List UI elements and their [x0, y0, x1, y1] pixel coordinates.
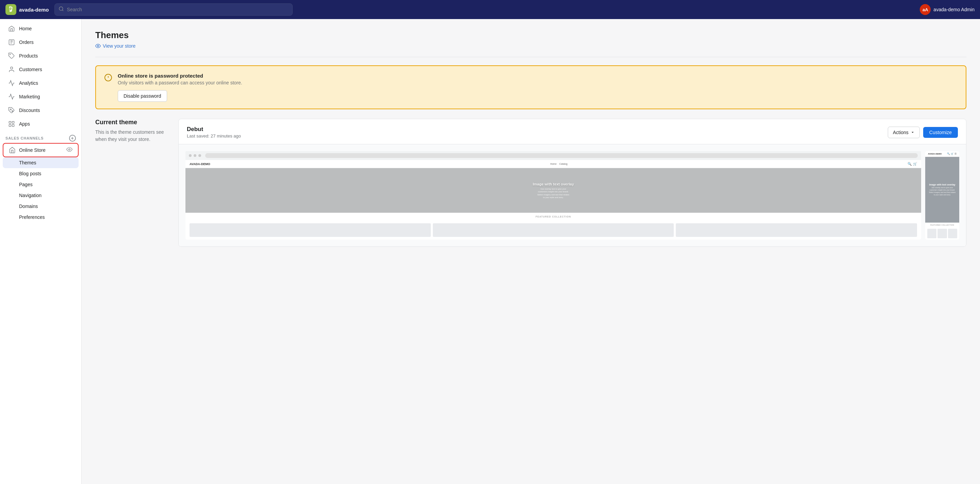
preview-main: AVADA-DEMO Home Catalog 🔍 🛒 Image [185, 151, 921, 240]
sidebar-item-products[interactable]: Products [3, 49, 79, 63]
logo[interactable]: avada-demo [5, 4, 49, 15]
theme-last-saved: Last saved: 27 minutes ago [187, 134, 241, 139]
discounts-icon [8, 107, 15, 114]
avatar: aA [920, 4, 931, 15]
chevron-down-icon [911, 131, 915, 134]
svg-point-11 [69, 149, 70, 150]
svg-point-5 [10, 109, 11, 110]
secondary-menu-icon: ☰ [955, 153, 956, 155]
eye-icon[interactable] [66, 146, 73, 154]
products-icon [8, 53, 15, 59]
sidebar-item-discounts[interactable]: Discounts [3, 103, 79, 117]
secondary-nav: AVADA-DEMO 🔍 🛒 ☰ [925, 151, 959, 157]
header: avada-demo aA avada-demo Admin [0, 0, 980, 19]
secondary-cart-icon: 🛒 [951, 153, 954, 155]
sub-label-themes: Themes [19, 160, 37, 166]
sub-menu: Themes Blog posts Pages Navigation Domai… [0, 157, 81, 223]
add-channel-button[interactable]: + [69, 135, 76, 142]
product-card-2 [433, 223, 674, 237]
actions-button[interactable]: Actions [888, 127, 920, 138]
disable-password-button[interactable]: Disable password [118, 90, 167, 102]
sidebar-item-customers[interactable]: Customers [3, 63, 79, 76]
warning-icon [104, 73, 112, 82]
theme-info: Current theme This is the theme customer… [95, 119, 170, 143]
eye-link-icon [95, 43, 101, 49]
logo-icon [5, 4, 16, 15]
sub-item-blog-posts[interactable]: Blog posts [3, 168, 79, 179]
view-store-link[interactable]: View your store [95, 43, 966, 49]
customers-icon [8, 66, 15, 73]
sidebar-label-orders: Orders [19, 40, 34, 45]
sidebar-label-analytics: Analytics [19, 80, 38, 86]
svg-point-0 [59, 7, 63, 11]
sub-item-pages[interactable]: Pages [3, 179, 79, 190]
search-container [54, 3, 293, 16]
user-menu[interactable]: aA avada-demo Admin [920, 4, 975, 15]
svg-line-1 [62, 10, 63, 11]
sub-item-themes[interactable]: Themes [3, 157, 79, 168]
sidebar-item-marketing[interactable]: Marketing [3, 90, 79, 103]
product-card-1 [189, 223, 431, 237]
address-bar [205, 153, 918, 158]
search-input[interactable] [54, 3, 293, 16]
marketing-icon [8, 93, 15, 100]
secondary-product-1 [927, 229, 937, 238]
preview-logo: AVADA-DEMO [189, 162, 210, 166]
sidebar-label-apps: Apps [19, 121, 30, 127]
search-icon [59, 6, 64, 13]
secondary-hero-title: Image with text overlay [929, 183, 955, 186]
browser-dot-1 [189, 154, 192, 157]
sidebar-label-discounts: Discounts [19, 108, 40, 113]
sales-channels-label: SALES CHANNELS + [0, 131, 81, 143]
sidebar-item-home[interactable]: Home [3, 22, 79, 35]
current-theme-section: Current theme This is the theme customer… [95, 119, 966, 247]
preview-secondary: AVADA-DEMO 🔍 🛒 ☰ Image with text overlay… [925, 151, 959, 240]
orders-icon [8, 39, 15, 46]
secondary-hero-text: Use overlay text to give your customers … [929, 186, 956, 196]
online-store-item[interactable]: Online Store [3, 143, 79, 157]
sub-label-domains: Domains [19, 204, 38, 209]
secondary-featured-label: FEATURED COLLECTION [925, 223, 959, 228]
browser-dot-2 [194, 154, 196, 157]
secondary-hero: Image with text overlay Use overlay text… [925, 157, 959, 223]
preview-featured-label: FEATURED COLLECTION [185, 213, 921, 221]
sub-item-navigation[interactable]: Navigation [3, 190, 79, 201]
svg-rect-2 [9, 40, 14, 45]
svg-point-6 [12, 111, 13, 111]
preview-product-row [185, 221, 921, 240]
svg-rect-7 [9, 121, 11, 124]
customize-button[interactable]: Customize [923, 127, 958, 138]
sidebar-label-home: Home [19, 26, 32, 31]
online-store-label: Online Store [19, 147, 46, 153]
svg-rect-8 [12, 121, 14, 124]
user-name: avada-demo Admin [933, 7, 975, 12]
sub-item-domains[interactable]: Domains [3, 201, 79, 212]
banner-title: Online store is password protected [118, 73, 958, 79]
layout: Home Orders Products [0, 19, 980, 484]
sidebar-label-products: Products [19, 53, 38, 59]
theme-section-title: Current theme [95, 119, 170, 126]
sidebar-label-customers: Customers [19, 67, 42, 72]
online-store-icon [9, 147, 16, 153]
preview-search-icon: 🔍 [907, 162, 912, 166]
hero-text: Use overlay text to give your customers … [536, 188, 570, 199]
theme-name: Debut [187, 126, 241, 133]
sub-item-preferences[interactable]: Preferences [3, 212, 79, 223]
sub-label-pages: Pages [19, 182, 33, 187]
browser-dot-3 [198, 154, 201, 157]
preview-nav-home: Home [550, 163, 557, 165]
sidebar: Home Orders Products [0, 19, 82, 484]
secondary-product-row [925, 228, 959, 240]
sidebar-item-apps[interactable]: Apps [3, 117, 79, 131]
theme-section-desc: This is the theme customers see when the… [95, 129, 170, 143]
sidebar-item-analytics[interactable]: Analytics [3, 76, 79, 90]
secondary-product-2 [937, 229, 947, 238]
banner-description: Only visitors with a password can access… [118, 80, 958, 86]
secondary-product-3 [948, 229, 957, 238]
svg-rect-9 [9, 124, 11, 127]
theme-actions: Actions Customize [888, 127, 958, 138]
sidebar-item-orders[interactable]: Orders [3, 35, 79, 49]
svg-point-12 [97, 45, 99, 47]
secondary-logo: AVADA-DEMO [928, 153, 942, 155]
preview-cart-icon: 🛒 [913, 162, 917, 166]
